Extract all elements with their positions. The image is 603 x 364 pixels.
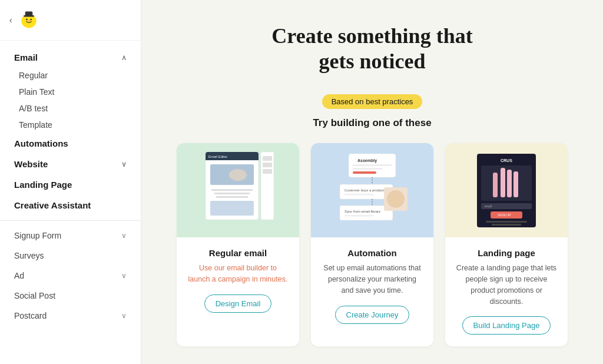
sidebar-item-ad[interactable]: Ad ∨ [0,266,141,286]
svg-rect-16 [214,193,250,194]
back-arrow[interactable]: ‹ [9,15,12,25]
sidebar-item-creative-assistant[interactable]: Creative Assistant [0,195,141,216]
card-regular-email: Email Editor [177,143,299,346]
svg-point-37 [387,190,405,208]
svg-text:Email Editor: Email Editor [208,155,227,158]
card-landing-page-body: Landing page Create a landing page that … [445,237,568,346]
sidebar-item-social-post[interactable]: Social Post [0,286,141,306]
svg-point-4 [21,18,24,22]
card-automation-title: Automation [347,248,396,258]
sidebar-item-email[interactable]: Email ∧ [0,48,141,67]
email-chevron-icon: ∧ [121,54,127,62]
automation-preview-illustration: Assembly Customer buys a product Sync fr… [328,149,416,231]
design-email-button[interactable]: Design Email [204,294,272,313]
card-landing-page-image: CRUS email SIGN UP [445,143,568,237]
svg-rect-50 [492,224,521,226]
create-journey-button[interactable]: Create Journey [335,306,410,324]
sidebar-item-landing-page[interactable]: Landing Page [0,174,141,195]
svg-rect-25 [353,164,392,166]
subtitle: Try building one of these [313,117,431,129]
svg-rect-43 [513,171,518,197]
cards-container: Email Editor [177,143,568,346]
svg-rect-31 [344,194,374,196]
svg-text:Assembly: Assembly [357,158,377,163]
card-automation: Assembly Customer buys a product Sync fr… [311,143,433,346]
svg-text:CRUS: CRUS [501,158,512,163]
card-regular-email-title: Regular email [209,248,267,258]
svg-rect-15 [211,189,253,191]
sidebar-divider [0,220,141,221]
svg-rect-20 [263,156,272,161]
card-regular-email-body: Regular email Use our email builder to l… [177,237,299,346]
svg-rect-22 [263,169,272,174]
sidebar-item-automations[interactable]: Automations [0,133,141,154]
email-label: Email [14,52,38,62]
card-regular-email-image: Email Editor [177,143,299,237]
card-automation-body: Automation Set up email automations that… [311,237,433,346]
ad-chevron-icon: ∨ [121,272,127,280]
svg-rect-40 [481,166,532,201]
svg-rect-35 [344,215,374,217]
svg-point-8 [27,20,30,22]
card-landing-page-desc: Create a landing page that lets people s… [456,263,557,307]
svg-text:Customer buys a product: Customer buys a product [344,188,384,192]
sidebar-item-website[interactable]: Website ∨ [0,154,141,174]
sidebar-sub-item-regular[interactable]: Regular [0,67,141,84]
postcard-chevron-icon: ∨ [121,312,127,320]
svg-rect-27 [353,171,376,174]
email-preview-illustration: Email Editor [200,149,276,231]
svg-point-3 [30,19,32,21]
sidebar-sub-item-plain-text[interactable]: Plain Text [0,84,141,100]
card-automation-image: Assembly Customer buys a product Sync fr… [311,143,433,237]
svg-text:email: email [485,204,492,208]
card-automation-desc: Set up email automations that personaliz… [322,263,423,296]
sidebar-sub-item-template[interactable]: Template [0,117,141,133]
sidebar-header: ‹ [0,0,141,41]
svg-point-2 [26,19,28,21]
svg-rect-44 [493,173,498,197]
svg-text:Sync from email library: Sync from email library [344,210,380,213]
svg-text:SIGN UP: SIGN UP [498,213,511,217]
landing-preview-illustration: CRUS email SIGN UP [468,149,545,231]
svg-rect-17 [216,196,248,198]
svg-rect-26 [353,168,382,170]
card-landing-page-title: Landing page [478,248,535,258]
build-landing-page-button[interactable]: Build Landing Page [462,316,551,335]
svg-rect-7 [25,12,32,16]
page-title: Create something thatgets noticed [271,24,472,74]
sidebar: ‹ Email ∧ Regular P [0,0,141,364]
svg-rect-41 [501,168,505,197]
best-practices-badge: Based on best practices [322,94,423,109]
svg-point-5 [33,18,36,22]
sidebar-navigation: Email ∧ Regular Plain Text A/B test Temp… [0,41,141,333]
svg-rect-42 [507,170,512,197]
main-content: Create something thatgets noticed Based … [141,0,603,364]
signup-form-chevron-icon: ∨ [121,231,127,240]
svg-rect-49 [486,221,527,223]
svg-rect-19 [261,152,274,220]
svg-rect-18 [210,201,254,216]
card-regular-email-desc: Use our email builder to launch a campai… [187,263,289,285]
sidebar-item-postcard[interactable]: Postcard ∨ [0,306,141,326]
sidebar-sub-item-ab-test[interactable]: A/B test [0,100,141,117]
svg-point-14 [229,169,247,181]
badge-container: Based on best practices [322,94,423,109]
website-chevron-icon: ∨ [121,160,127,168]
mailchimp-logo [18,9,39,31]
sidebar-item-surveys[interactable]: Surveys [0,246,141,266]
card-landing-page: CRUS email SIGN UP [445,143,568,346]
sidebar-item-signup-form[interactable]: Signup Form ∨ [0,226,141,246]
svg-rect-21 [263,163,272,167]
